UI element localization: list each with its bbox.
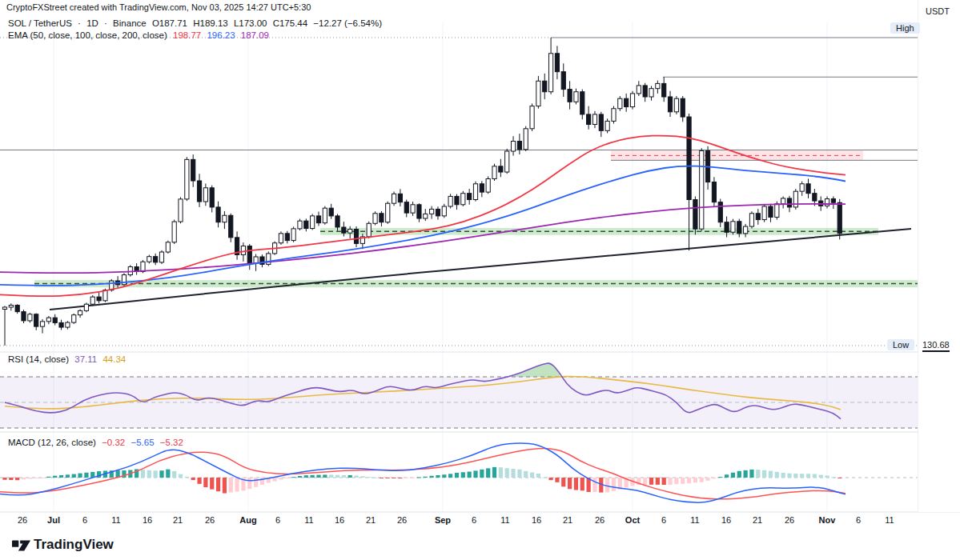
ohlc-open: O187.71 xyxy=(152,18,187,28)
time-label: 16 xyxy=(143,515,152,525)
time-label: 16 xyxy=(721,515,731,525)
symbol-title: SOL / TetherUS xyxy=(8,18,72,28)
time-label: Aug xyxy=(239,515,256,525)
time-label: 11 xyxy=(690,515,699,525)
tradingview-wordmark[interactable]: TradingView xyxy=(34,537,114,553)
time-label: 21 xyxy=(563,515,572,525)
exchange: Binance xyxy=(113,18,147,28)
chart-plot-area[interactable] xyxy=(0,0,960,560)
tradingview-logo-icon[interactable] xyxy=(12,537,31,554)
time-label: 21 xyxy=(173,515,183,525)
time-label: 6 xyxy=(661,515,666,525)
tradingview-chart-window: { "header": {"credit": "CryptoFXStreet c… xyxy=(0,0,960,560)
time-label: 16 xyxy=(532,515,541,525)
price-level-lines[interactable] xyxy=(0,38,918,346)
credit-line: CryptoFXStreet created with TradingView.… xyxy=(6,2,311,12)
time-label: 21 xyxy=(366,515,376,525)
time-label: 11 xyxy=(304,515,313,525)
separator: · xyxy=(104,18,107,28)
time-scale[interactable]: 26Jul611162126Aug611162126Sep611162126Oc… xyxy=(0,513,960,527)
rsi-legend-label: RSI (14, close) xyxy=(8,354,69,364)
time-label: Sep xyxy=(435,515,451,525)
rsi-band xyxy=(0,377,918,428)
ema50-value: 198.77 xyxy=(173,30,201,40)
time-label: 16 xyxy=(335,515,344,525)
footer: TradingView xyxy=(0,528,960,560)
high-pill: High xyxy=(890,22,920,34)
time-label: 26 xyxy=(785,515,794,525)
macd-histogram xyxy=(2,467,842,494)
macd-legend[interactable]: MACD (12, 26, close) −0.32 −5.65 −5.32 xyxy=(8,438,187,447)
time-label: 6 xyxy=(82,515,87,525)
ema100-value: 196.23 xyxy=(207,30,235,40)
separator: · xyxy=(78,18,81,28)
macd-main-line[interactable] xyxy=(0,443,846,502)
low-pill: Low xyxy=(887,339,914,350)
time-label: 26 xyxy=(18,515,27,525)
ema200-value: 187.09 xyxy=(241,30,269,40)
timeframe: 1D xyxy=(86,18,98,28)
time-label: 11 xyxy=(111,515,120,525)
ohlc-high: H189.13 xyxy=(193,18,227,28)
time-label: 26 xyxy=(595,515,605,525)
time-label: 26 xyxy=(397,515,407,525)
time-label: Oct xyxy=(625,515,640,525)
time-label: 6 xyxy=(275,515,280,525)
ohlc-change: −12.27 (−6.54%) xyxy=(313,18,382,28)
rsi-ma-value: 44.34 xyxy=(102,354,126,364)
candles-layer xyxy=(2,38,842,346)
ema-legend-label: EMA (50, close, 100, close, 200, close) xyxy=(8,30,167,40)
rsi-legend[interactable]: RSI (14, close) 37.11 44.34 xyxy=(8,354,129,364)
ohlc-low: L173.00 xyxy=(234,18,267,28)
time-label: 26 xyxy=(205,515,215,525)
time-label: 11 xyxy=(500,515,509,525)
time-label: 6 xyxy=(472,515,476,525)
time-label: Jul xyxy=(47,515,60,525)
ema100-line[interactable] xyxy=(0,166,846,286)
time-label: 11 xyxy=(885,515,894,525)
low-price-label: 130.68 xyxy=(922,340,950,352)
currency-label: USDT xyxy=(926,6,950,16)
symbol-legend[interactable]: SOL / TetherUS · 1D · Binance O187.71 H1… xyxy=(8,18,385,28)
macd-legend-label: MACD (12, 26, close) xyxy=(8,438,96,447)
time-label: 6 xyxy=(856,515,861,525)
macd-hist-value: −0.32 xyxy=(102,438,125,447)
macd-signal-value: −5.32 xyxy=(160,438,183,447)
price-scale[interactable]: 250.00240.00230.00220.00190.00180.00170.… xyxy=(918,0,960,512)
ohlc-close: C175.44 xyxy=(273,18,307,28)
macd-line-value: −5.65 xyxy=(131,438,154,447)
ema-legend[interactable]: EMA (50, close, 100, close, 200, close) … xyxy=(8,30,272,40)
rsi-value: 37.11 xyxy=(74,354,97,364)
macd-signal-line[interactable] xyxy=(0,449,846,499)
time-label: Nov xyxy=(819,515,836,525)
time-label: 21 xyxy=(753,515,762,525)
